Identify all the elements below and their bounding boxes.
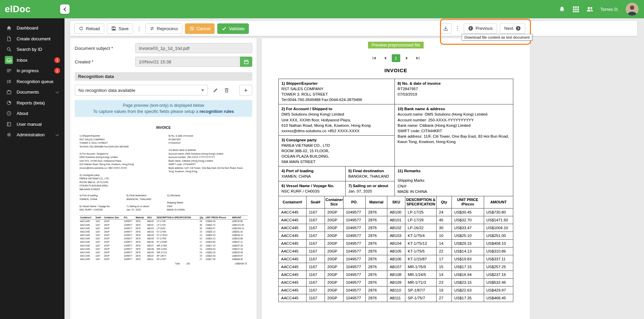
collapse-sidebar-button[interactable]: [60, 4, 70, 14]
document-subject-input[interactable]: [135, 43, 252, 53]
avatar[interactable]: [626, 3, 639, 16]
text-only-preview: INVOICE 1) Shipper/Exporter RST SALES CO…: [75, 120, 252, 268]
last-page-icon: [416, 56, 420, 60]
first-page-button[interactable]: [370, 54, 379, 62]
calendar-icon: [244, 59, 249, 64]
more-options-icon[interactable]: ⋮: [454, 25, 461, 32]
sidebar-item-search-by-id[interactable]: Search by ID: [0, 44, 65, 55]
invoice-column-header: Material: [366, 196, 387, 208]
next-page-button[interactable]: [403, 54, 411, 62]
recognition-data-header: Recognition data: [75, 72, 252, 81]
text-preview-row: AACC445116720GP10495772876AB105KT-1/75/5…: [79, 237, 247, 240]
sidebar-item-documents[interactable]: Documents: [0, 87, 65, 98]
save-button[interactable]: Save: [107, 23, 133, 34]
previous-page-button[interactable]: [381, 54, 389, 62]
cancel-button[interactable]: Cancel: [185, 23, 215, 34]
main-content: Reload Save ⋮ Reprocess Cancel Validate …: [65, 18, 644, 319]
total-qty: 162: [186, 262, 190, 265]
delete-button[interactable]: [223, 87, 230, 94]
bell-icon[interactable]: [558, 6, 566, 13]
sidebar-item-reports[interactable]: Reports (beta): [0, 98, 65, 108]
text-preview-column-header: P.O.: [123, 215, 135, 219]
invoice-shipper-cell: 1) Shipper/Exporter RST SALES COMPANY TO…: [279, 79, 395, 104]
preview-header: Preview preprocessed file: [262, 42, 530, 48]
recognition-rules-link[interactable]: recognition rules: [199, 109, 234, 114]
sidebar-item-label: Dashboard: [17, 25, 38, 31]
text-preview-top-left: 1) Shipper/Exporter RST SALES COMPANY TO…: [79, 134, 168, 191]
sidebar-item-create-document[interactable]: Create document: [0, 34, 65, 44]
reprocess-label: Reprocess: [157, 26, 178, 31]
text-preview-title: INVOICE: [79, 126, 247, 129]
content-row: Document subject * Created * Recognition…: [70, 38, 644, 319]
text-preview-row: AACC445116720GP10495772876AB108MR-1/24/5…: [79, 247, 247, 251]
next-button[interactable]: Next: [500, 23, 525, 34]
edit-button[interactable]: [212, 87, 219, 94]
invoice-column-header: AMOUNT: [484, 196, 513, 208]
validate-button[interactable]: Validate: [217, 23, 249, 34]
text-preview-table: Container#Seal#Container SizeP.O.Materia…: [79, 215, 247, 261]
text-preview-row: AACC445116720GP10495772876AB100LP-17/252…: [79, 219, 247, 223]
previous-icon: [468, 26, 473, 31]
sidebar-item-administration[interactable]: Administration: [0, 129, 65, 140]
trash-icon: [224, 87, 229, 93]
last-page-button[interactable]: [413, 54, 422, 62]
vessel-value: NSC RURF / CH003S: [281, 188, 343, 194]
previous-label: Previous: [476, 26, 493, 31]
current-page[interactable]: 1: [392, 54, 400, 62]
invoice-consignee-cell: 3) Consignee party PAREA VIETNAM CO., LT…: [279, 135, 395, 166]
info-line-2-text: To capture values from the specific fiel…: [93, 109, 199, 114]
text-preview-row: AACC445116720GP10495772876AB106KT-1/15/8…: [79, 240, 247, 244]
invoice-item-row: AACC445116720GP10495772876AB110SP-1/87/7…: [279, 286, 513, 294]
search-by-id-icon: [5, 45, 13, 54]
calendar-button[interactable]: [240, 57, 252, 67]
text-preview-top-right: 8) No. & date of invoice RT2847957 07/03…: [168, 134, 247, 191]
invoice-item-row: AACC445116720GP10495772876AB109MR-1/71/3…: [279, 279, 513, 286]
total-label: Total: [175, 262, 180, 265]
download-button[interactable]: [440, 23, 452, 34]
previous-button[interactable]: Previous: [464, 23, 497, 34]
text-preview-bottom-right: 11) Remarks Shipping Marks CN/# MADE IN …: [167, 194, 247, 212]
reprocess-button[interactable]: Reprocess: [145, 23, 182, 34]
sidebar-item-user-manual[interactable]: User manual: [0, 119, 65, 130]
created-input[interactable]: [135, 57, 240, 67]
recognition-data-select[interactable]: No recognition data available: [75, 85, 208, 96]
text-preview-bottom-mid: 5) Final destination BANGKOK, THAILAND 7…: [127, 194, 167, 212]
document-subject-label: Document subject *: [75, 46, 135, 51]
sidebar-item-dashboard[interactable]: Dashboard: [0, 23, 65, 34]
text-preview-row: AACC445116720GP10495772876AB101LP-17/294…: [79, 223, 247, 226]
invoice-destination-cell: 5) Final destination BANGKOK, THAILAND: [345, 166, 394, 181]
preview-preprocessed-file-label[interactable]: Preview preprocessed file: [368, 42, 423, 48]
text-preview-bottom: 4) Port of loading XIAMEN, CHINA 6) Vess…: [79, 194, 247, 212]
account-label: 2) For Account / Shipped to: [281, 106, 392, 112]
reload-button[interactable]: Reload: [74, 23, 104, 34]
documents-icon: [5, 88, 13, 96]
text-preview-row: AACC445116720GP10495772876AB110SP-1/87/7…: [79, 254, 247, 258]
dashboard-icon: [5, 24, 13, 32]
text-preview-total-row: Total 162 US$6438.75: [79, 261, 247, 266]
document-toolbar: Reload Save ⋮ Reprocess Cancel Validate …: [70, 21, 637, 36]
sailing-label: 7) Sailing on or about: [348, 183, 392, 188]
user-name[interactable]: Torres D.: [600, 7, 619, 12]
sidebar-item-in-progress[interactable]: In progress 1: [0, 65, 65, 76]
sidebar-item-about[interactable]: About: [0, 108, 65, 119]
sidebar-item-inbox[interactable]: Inbox 1: [0, 55, 65, 66]
app-header: elDoc Torres D.: [0, 0, 644, 18]
text-preview-column-header: DESCRIPTION & SPECIFICATION: [156, 215, 199, 219]
apps-grid-icon[interactable]: [572, 6, 579, 13]
invoice-items-body: AACC445116720GP10495772876AB100LP-17/252…: [279, 208, 513, 302]
sidebar-item-recognition-queue[interactable]: Recognition queue: [0, 76, 65, 87]
download-tooltip: Download file content as text document: [462, 34, 532, 41]
avatar-photo: [626, 3, 639, 16]
text-preview-bottom-left: 4) Port of loading XIAMEN, CHINA 6) Vess…: [79, 194, 127, 212]
invoice-column-header: Container#: [279, 196, 307, 208]
invoice-column-header: UNIT PRICE /Pieces: [452, 196, 484, 208]
text-preview-row: AACC445116720GP10495772876AB104KT-1/75/1…: [79, 234, 247, 237]
add-recognition-data-button[interactable]: +: [239, 85, 252, 96]
consignee-value: PAREA VIETNAM CO., LTD ROOM 38B-02, 15 F…: [281, 143, 392, 164]
invoice-number-cell: 8) No. & date of invoice RT2847957 07/03…: [395, 79, 513, 104]
invoice-items-header-row: Container#Seal#Container SizePO.Material…: [279, 196, 513, 208]
users-icon[interactable]: [586, 6, 593, 13]
account-value: DMS Solutions (Hong Kong) Limited Unit X…: [281, 112, 392, 133]
text-preview-column-header: SKU: [147, 215, 156, 219]
more-options-icon[interactable]: ⋮: [136, 25, 143, 32]
